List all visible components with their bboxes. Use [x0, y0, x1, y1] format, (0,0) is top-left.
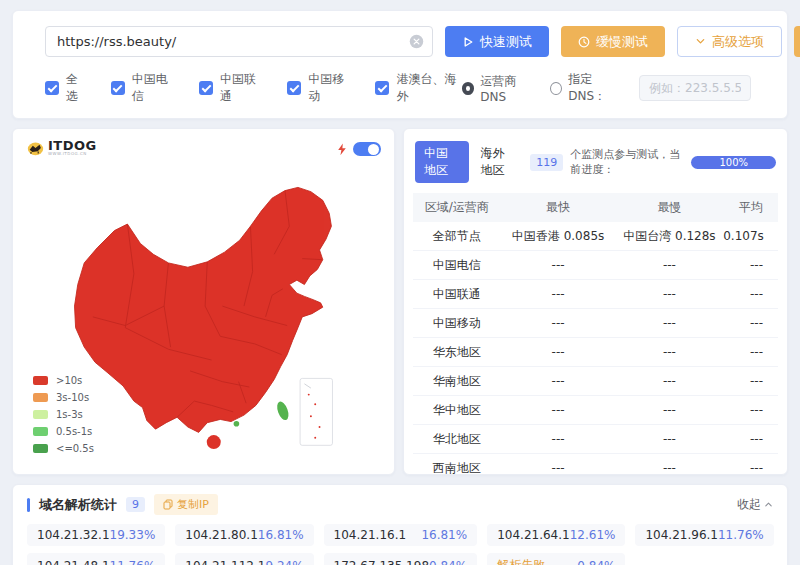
itdog-logo: ITDOG WWW.ITDOG.CN — [26, 139, 97, 157]
full-screenshot-button[interactable]: 完整截图 — [794, 26, 800, 57]
average-cell: --- — [723, 396, 778, 425]
region-cell: 全部节点 — [413, 222, 501, 251]
ip-address: 104.21.96.1 — [645, 528, 718, 542]
fastest-cell: --- — [501, 454, 616, 476]
slowest-cell: --- — [616, 396, 724, 425]
dns-stats-header: 域名解析统计 9 复制IP 收起 — [27, 494, 773, 515]
table-row: 华南地区 --- --- --- — [413, 367, 778, 396]
ip-address: 104.21.16.1 — [334, 528, 407, 542]
ip-grid: 104.21.32.1 19.33% 104.21.80.1 16.81% 10… — [27, 524, 773, 565]
main-row: ITDOG WWW.ITDOG.CN — [12, 128, 788, 475]
fastest-cell: --- — [501, 280, 616, 309]
ip-card: 解析失败 0.84% — [487, 553, 625, 565]
table-row: 华东地区 --- --- --- — [413, 338, 778, 367]
url-input[interactable] — [45, 26, 433, 57]
header-fastest: 最快 — [501, 193, 616, 222]
slow-test-label: 缓慢测试 — [596, 33, 648, 51]
ip-percent: 11.76% — [110, 559, 156, 565]
table-row: 华北地区 --- --- --- — [413, 425, 778, 454]
fastest-cell: --- — [501, 251, 616, 280]
radio-carrier-dns[interactable]: 运营商DNS — [462, 73, 535, 104]
ip-card: 104.21.64.1 12.61% — [487, 524, 625, 546]
table-header-row: 区域/运营商 最快 最慢 平均 — [413, 193, 778, 222]
fastest-cell: --- — [501, 367, 616, 396]
clear-input-icon[interactable] — [409, 34, 424, 49]
url-input-wrap — [45, 26, 433, 57]
tab-overseas-region[interactable]: 海外地区 — [481, 145, 517, 179]
average-cell: --- — [723, 367, 778, 396]
ip-address: 104.21.48.1 — [37, 559, 110, 565]
checkbox-item[interactable]: 中国电信 — [111, 71, 175, 105]
slow-test-button[interactable]: 缓慢测试 — [561, 26, 665, 57]
ip-address: 104.21.112.1 — [185, 559, 265, 565]
average-cell: --- — [723, 309, 778, 338]
dns-option-group: 运营商DNS 指定DNS： — [462, 71, 751, 105]
ip-percent: 19.33% — [110, 528, 156, 542]
ip-card: 104.21.96.1 11.76% — [635, 524, 773, 546]
ip-card: 104.21.112.1 9.24% — [175, 553, 313, 565]
table-row: 西南地区 --- --- --- — [413, 454, 778, 476]
map-card: ITDOG WWW.ITDOG.CN — [12, 128, 395, 475]
legend-label: 3s-10s — [56, 392, 89, 403]
collapse-button[interactable]: 收起 — [737, 496, 773, 513]
ip-card: 104.21.32.1 19.33% — [27, 524, 165, 546]
legend-item: 1s-3s — [33, 409, 94, 420]
url-row: 快速测试 缓慢测试 高级选项 完整截图 — [45, 26, 755, 57]
legend-label: 1s-3s — [56, 409, 83, 420]
checkbox-item[interactable]: 港澳台、海外 — [375, 71, 462, 105]
fastest-cell: --- — [501, 309, 616, 338]
map-mode-toggle[interactable] — [353, 142, 381, 156]
page: 快速测试 缓慢测试 高级选项 完整截图 全选 — [0, 0, 800, 565]
legend-item: 3s-10s — [33, 392, 94, 403]
ip-percent: 0.84% — [577, 559, 615, 565]
region-cell: 华北地区 — [413, 425, 501, 454]
slowest-cell: --- — [616, 425, 724, 454]
legend-item: >10s — [33, 375, 94, 386]
tab-china-region[interactable]: 中国地区 — [415, 141, 469, 183]
copy-ip-button[interactable]: 复制IP — [154, 494, 218, 515]
clock-icon — [578, 36, 590, 48]
header-slowest: 最慢 — [616, 193, 724, 222]
slowest-cell: --- — [616, 367, 724, 396]
table-row: 中国移动 --- --- --- — [413, 309, 778, 338]
quick-test-button[interactable]: 快速测试 — [445, 26, 549, 57]
checkbox-label: 中国移动 — [308, 71, 351, 105]
progress-label: 个监测点参与测试，当前进度： — [570, 147, 684, 177]
ip-address: 104.21.64.1 — [497, 528, 570, 542]
radio-custom-dns[interactable]: 指定DNS： — [550, 71, 623, 105]
checkbox-checked-icon — [199, 81, 213, 95]
hainan-shape — [207, 435, 221, 449]
table-row: 中国电信 --- --- --- — [413, 251, 778, 280]
map-legend: >10s 3s-10s 1s-3s 0.5s-1s — [33, 375, 94, 454]
advanced-options-button[interactable]: 高级选项 — [677, 26, 782, 57]
legend-swatch — [33, 376, 48, 385]
header-region: 区域/运营商 — [413, 193, 501, 222]
slowest-cell: --- — [616, 338, 724, 367]
copy-icon — [163, 499, 173, 510]
checkbox-item[interactable]: 全选 — [45, 71, 87, 105]
checkbox-checked-icon — [111, 81, 125, 95]
slowest-cell: --- — [616, 280, 724, 309]
ip-address: 解析失败 — [497, 557, 545, 565]
legend-label: <=0.5s — [56, 443, 94, 454]
map-toggle-wrap — [337, 142, 381, 156]
legend-swatch — [33, 427, 48, 436]
results-table: 区域/运营商 最快 最慢 平均 全部节点 中国香港 0.085s 中国台湾 0.… — [413, 193, 778, 475]
checkbox-label: 中国电信 — [132, 71, 175, 105]
custom-dns-input[interactable] — [639, 75, 751, 101]
region-cell: 中国移动 — [413, 309, 501, 338]
ip-percent: 16.81% — [421, 528, 467, 542]
average-cell: --- — [723, 251, 778, 280]
region-cell: 中国联通 — [413, 280, 501, 309]
average-cell: --- — [723, 280, 778, 309]
checkbox-checked-icon — [45, 81, 59, 95]
checkbox-item[interactable]: 中国移动 — [287, 71, 351, 105]
ip-card: 172.67.135.198 0.84% — [324, 553, 478, 565]
checkbox-label: 中国联通 — [220, 71, 263, 105]
table-row: 中国联通 --- --- --- — [413, 280, 778, 309]
fastest-cell: --- — [501, 338, 616, 367]
quick-test-label: 快速测试 — [480, 33, 532, 51]
logo-text: ITDOG — [48, 140, 97, 151]
legend-swatch — [33, 410, 48, 419]
checkbox-item[interactable]: 中国联通 — [199, 71, 263, 105]
